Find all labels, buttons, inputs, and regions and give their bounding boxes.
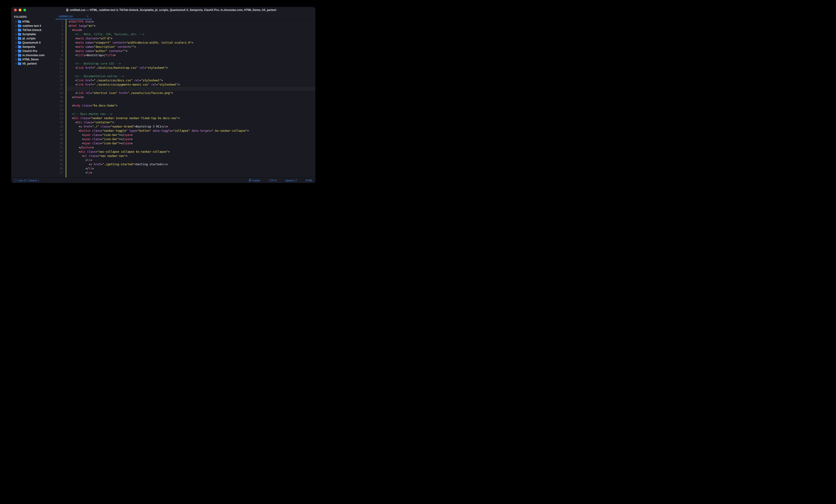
maximize-button[interactable]	[23, 8, 26, 12]
code-line[interactable]: <html lang="en">	[69, 24, 316, 28]
code-line[interactable]: <link href="./dist/css/bootstrap.css" re…	[69, 66, 316, 70]
titlebar[interactable]: untitled.css — HTML, sublime text 4, Tik…	[11, 7, 316, 13]
code-editor[interactable]: 1234567891011121314151617181920212223242…	[56, 20, 316, 177]
code-line[interactable]: </button>	[69, 146, 316, 150]
line-number[interactable]: 35	[56, 162, 63, 167]
line-number[interactable]: 22	[56, 108, 63, 112]
code-line[interactable]: <head>	[69, 28, 316, 32]
code-line[interactable]	[69, 57, 316, 61]
encoding[interactable]: UTF-8	[269, 179, 277, 182]
code-line[interactable]: <meta charset="utf-8">	[69, 36, 316, 41]
code-line[interactable]: <div class="navbar navbar-inverse navbar…	[69, 116, 316, 120]
code-area[interactable]: <!DOCTYPE html><html lang="en"> <head> <…	[66, 20, 316, 177]
line-number[interactable]: 24	[56, 116, 63, 120]
line-number[interactable]: 37	[56, 171, 63, 175]
line-number[interactable]: 33	[56, 154, 63, 158]
code-line[interactable]: <meta name="author" content="">	[69, 49, 316, 53]
code-line[interactable]: <!-- Docs master nav -->	[69, 112, 316, 116]
line-number[interactable]: 2	[56, 24, 63, 28]
code-line[interactable]: <li>	[69, 158, 316, 162]
line-number[interactable]: 34	[56, 158, 63, 162]
line-number[interactable]: 30	[56, 141, 63, 146]
folder-item[interactable]: TikTok-Unlock	[13, 28, 54, 32]
line-number[interactable]: 27	[56, 129, 63, 133]
line-number[interactable]: 32	[56, 150, 63, 154]
gutter[interactable]: 1234567891011121314151617181920212223242…	[56, 20, 66, 177]
folder-item[interactable]: Semporia	[13, 45, 54, 49]
tab-untitled-css[interactable]: untitled.css ×	[56, 13, 92, 19]
line-number[interactable]: 20	[56, 99, 63, 103]
folder-item[interactable]: m.zhusutao.com	[13, 53, 54, 57]
line-number[interactable]: 7	[56, 45, 63, 49]
folder-item[interactable]: sublime text 4	[13, 24, 54, 28]
code-line[interactable]: <span class="icon-bar"></span>	[69, 137, 316, 141]
code-line[interactable]: <li>	[69, 171, 316, 175]
line-number[interactable]: 29	[56, 137, 63, 141]
code-line[interactable]: <!DOCTYPE html>	[69, 20, 316, 24]
line-number[interactable]: 21	[56, 103, 63, 108]
line-number[interactable]: 23	[56, 112, 63, 116]
code-line[interactable]	[69, 108, 316, 112]
code-line[interactable]: <!-- Documentation extras -->	[69, 74, 316, 78]
indent-setting[interactable]: Spaces: 2	[285, 179, 297, 182]
folder-item[interactable]: Scriptable	[13, 32, 54, 36]
line-number[interactable]: 28	[56, 133, 63, 137]
status-indicator-icon[interactable]	[14, 179, 16, 181]
syntax-mode[interactable]: HTML	[306, 179, 312, 182]
line-number[interactable]: 5	[56, 36, 63, 41]
code-line[interactable]: <body class="bs-docs-home">	[69, 103, 316, 108]
tab-close-icon[interactable]: ×	[87, 15, 89, 18]
line-number[interactable]: 26	[56, 124, 63, 129]
line-number[interactable]: 10	[56, 57, 63, 61]
code-line[interactable]: <link rel="shortcut icon" href="./assets…	[69, 91, 316, 95]
line-number[interactable]: 36	[56, 167, 63, 171]
code-line[interactable]: <link href="./assets/css/pygments-manni.…	[69, 82, 316, 87]
minimize-button[interactable]	[19, 8, 21, 12]
code-line[interactable]: <!-- Meta, title, CSS, favicons, etc. --…	[69, 32, 316, 36]
code-line[interactable]: <meta name="description" content="">	[69, 45, 316, 49]
folder-item[interactable]: jd_scripts	[13, 36, 54, 41]
code-line[interactable]: <span class="icon-bar"></span>	[69, 141, 316, 146]
line-number[interactable]: 13	[56, 70, 63, 74]
cursor-position[interactable]: Line 17, Column 1	[18, 179, 39, 182]
line-number[interactable]: 9	[56, 53, 63, 57]
line-number[interactable]: 3	[56, 28, 63, 32]
line-number[interactable]: 11	[56, 61, 63, 66]
code-line[interactable]: <link href="./assets/css/docs.css" rel="…	[69, 78, 316, 82]
line-number[interactable]: 1	[56, 20, 63, 24]
code-line[interactable]: <div class="nav-collapse collapse bs-nav…	[69, 150, 316, 154]
tabbar[interactable]: untitled.css ×	[56, 13, 316, 20]
git-branch[interactable]: master	[249, 179, 260, 182]
code-line[interactable]: <!-- Bootstrap core CSS -->	[69, 61, 316, 66]
folder-item[interactable]: ClashX Pro	[13, 49, 54, 53]
line-number[interactable]: 18	[56, 91, 63, 95]
line-number[interactable]: 16	[56, 82, 63, 87]
folder-item[interactable]: HTML	[13, 20, 54, 24]
code-line[interactable]: </li>	[69, 167, 316, 171]
code-line[interactable]	[69, 99, 316, 103]
line-number[interactable]: 17	[56, 87, 63, 91]
sidebar[interactable]: FOLDERS HTMLsublime text 4TikTok-UnlockS…	[11, 13, 56, 177]
code-line[interactable]	[66, 87, 316, 91]
code-line[interactable]	[69, 70, 316, 74]
code-line[interactable]: <button class="navbar-toggle" type="butt…	[69, 129, 316, 133]
line-number[interactable]: 31	[56, 146, 63, 150]
code-line[interactable]: <span class="icon-bar"></span>	[69, 133, 316, 137]
line-number[interactable]: 4	[56, 32, 63, 36]
code-line[interactable]: <a href="./" class="navbar-brand">Bootst…	[69, 124, 316, 129]
folder-item[interactable]: Quantumult X	[13, 41, 54, 45]
code-line[interactable]: <a href="./getting-started">Getting star…	[69, 162, 316, 167]
line-number[interactable]: 8	[56, 49, 63, 53]
code-line[interactable]: <meta name="viewport" content="width=dev…	[69, 41, 316, 45]
code-line[interactable]: <div class="container">	[69, 120, 316, 124]
code-line[interactable]: </head>	[69, 95, 316, 99]
line-number[interactable]: 14	[56, 74, 63, 78]
line-number[interactable]: 15	[56, 78, 63, 82]
line-number[interactable]: 12	[56, 66, 63, 70]
close-button[interactable]	[14, 8, 17, 12]
line-number[interactable]: 6	[56, 41, 63, 45]
code-line[interactable]: <ul class="nav navbar-nav">	[69, 154, 316, 158]
line-number[interactable]: 19	[56, 95, 63, 99]
line-number[interactable]: 25	[56, 120, 63, 124]
code-line[interactable]: <title>Bootstrap</title>	[69, 53, 316, 57]
